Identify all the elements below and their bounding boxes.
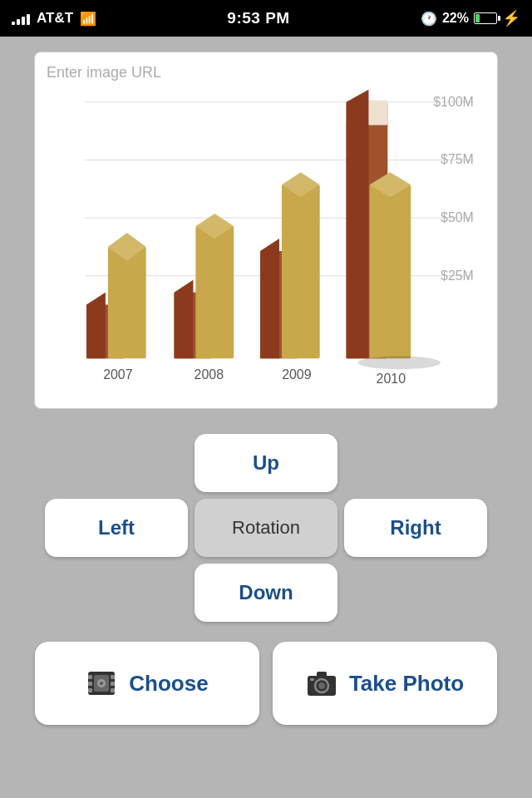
svg-marker-27 <box>347 90 369 358</box>
down-row: Down <box>195 564 337 622</box>
svg-rect-25 <box>369 185 411 358</box>
left-button[interactable]: Left <box>45 499 188 557</box>
svg-rect-32 <box>88 682 92 686</box>
svg-text:$100M: $100M <box>433 95 474 109</box>
take-photo-label: Take Photo <box>349 671 464 697</box>
svg-rect-33 <box>88 688 92 692</box>
nav-area: Up Left Rotation Right Down <box>45 434 487 622</box>
svg-text:$75M: $75M <box>441 152 474 166</box>
svg-text:2008: 2008 <box>195 367 224 382</box>
up-row: Up <box>195 434 337 492</box>
charging-icon: ⚡ <box>502 9 520 27</box>
status-right: 🕐 22% ⚡ <box>421 9 520 27</box>
choose-button[interactable]: Choose <box>35 642 259 725</box>
rotation-label: Rotation <box>195 499 337 557</box>
bar2 <box>17 19 20 25</box>
svg-rect-41 <box>317 672 327 677</box>
main-content: Enter image URL $100M $75M $50M $25M 200… <box>0 37 532 798</box>
svg-point-39 <box>100 682 103 685</box>
bar-chart: $100M $75M $50M $25M 2007 2008 <box>35 52 497 408</box>
svg-rect-31 <box>88 675 92 679</box>
up-button[interactable]: Up <box>195 434 337 492</box>
svg-text:2009: 2009 <box>282 367 312 382</box>
svg-rect-35 <box>111 682 115 686</box>
right-button[interactable]: Right <box>344 499 487 557</box>
clock-icon: 🕐 <box>421 11 437 27</box>
battery-icon <box>474 12 497 24</box>
svg-text:2007: 2007 <box>103 367 133 382</box>
svg-rect-44 <box>310 678 314 681</box>
take-photo-button[interactable]: Take Photo <box>273 642 497 725</box>
bar1 <box>12 22 15 25</box>
film-icon <box>86 667 117 699</box>
svg-marker-11 <box>86 293 106 359</box>
svg-marker-16 <box>175 280 194 359</box>
camera-icon <box>306 667 337 699</box>
bar3 <box>22 17 25 25</box>
middle-row: Left Rotation Right <box>45 499 487 557</box>
svg-rect-36 <box>111 688 115 692</box>
bar4 <box>27 14 30 25</box>
action-area: Choose Take Photo <box>17 642 515 725</box>
svg-rect-34 <box>111 675 115 679</box>
status-bar: AT&T 📶 9:53 PM 🕐 22% ⚡ <box>0 0 532 37</box>
svg-text:2010: 2010 <box>377 372 406 386</box>
status-left: AT&T 📶 <box>12 10 96 27</box>
svg-point-43 <box>318 682 325 689</box>
svg-text:$25M: $25M <box>441 268 474 283</box>
chart-container: Enter image URL $100M $75M $50M $25M 200… <box>34 52 498 409</box>
svg-text:$50M: $50M <box>441 210 474 224</box>
clock: 9:53 PM <box>227 9 289 27</box>
svg-rect-19 <box>282 185 320 358</box>
wifi-icon: 📶 <box>80 11 96 27</box>
choose-label: Choose <box>129 671 208 697</box>
svg-point-28 <box>357 356 441 369</box>
svg-rect-9 <box>108 247 146 358</box>
down-button[interactable]: Down <box>195 564 337 622</box>
carrier-label: AT&T <box>37 10 73 27</box>
battery-percent: 22% <box>442 11 469 26</box>
svg-rect-14 <box>195 226 234 358</box>
svg-marker-21 <box>260 239 279 358</box>
signal-bars-icon <box>12 12 30 25</box>
